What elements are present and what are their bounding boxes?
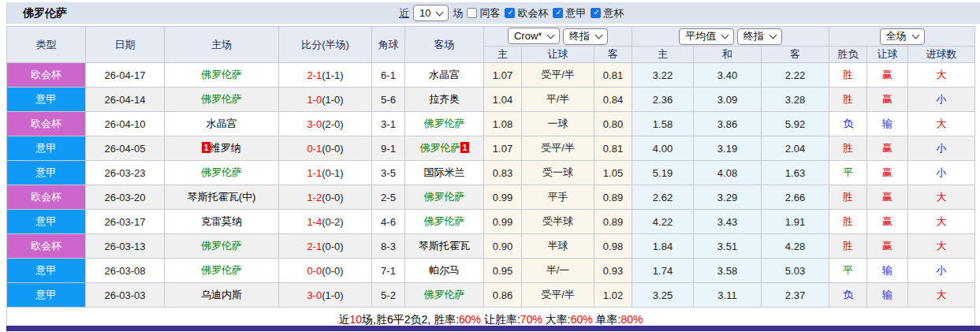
- euro-away-odds: 5.03: [762, 259, 829, 283]
- fulltime-score: 2-1: [307, 241, 322, 252]
- match-count-select[interactable]: 10: [413, 5, 449, 21]
- euro-draw-odds: 3.19: [694, 136, 762, 161]
- asian-away-odds: 0.89: [594, 210, 632, 234]
- asian-handicap: 半/一: [522, 259, 594, 283]
- filter-checkbox-1[interactable]: 欧会杯: [505, 6, 548, 21]
- games-label: 场: [453, 6, 463, 21]
- away-team-name: 帕尔马: [429, 264, 460, 276]
- corner-score: 5-6: [372, 88, 405, 112]
- match-score: 0-0(0-0): [279, 259, 372, 283]
- filter-label: 同客: [479, 6, 500, 21]
- asian-handicap: 受平/半: [522, 283, 594, 308]
- away-team-name: 国际米兰: [424, 166, 465, 178]
- result-handicap: 赢: [867, 88, 908, 112]
- match-stats-panel: 佛罗伦萨 近 10 场 同客欧会杯意甲意杯 类型 日期 主场 比分(半场): [0, 0, 980, 332]
- checked-checkbox-icon[interactable]: [591, 8, 601, 18]
- euro-time-select[interactable]: 终指: [737, 28, 782, 45]
- league-badge: 意甲: [7, 88, 86, 112]
- euro-draw-odds: 3.51: [694, 234, 762, 259]
- away-team-name: 拉齐奥: [429, 93, 460, 105]
- result-goals: 大: [908, 234, 975, 259]
- euro-home-odds: 1.84: [632, 234, 694, 259]
- col-header-type: 类型: [7, 27, 86, 63]
- match-score: 1-0(1-0): [279, 88, 372, 112]
- match-date: 26-03-03: [86, 283, 165, 308]
- filter-label: 欧会杯: [517, 6, 548, 21]
- result-winlose: 胜: [829, 136, 867, 161]
- sub-header-euro-home: 主: [632, 47, 694, 63]
- euro-odds-group-header: 平均值 终指: [632, 27, 829, 47]
- unchecked-checkbox-icon[interactable]: [467, 8, 477, 18]
- euro-away-odds: 5.92: [762, 112, 829, 136]
- asian-time-select[interactable]: 终指: [563, 28, 608, 45]
- col-header-date: 日期: [86, 27, 165, 63]
- asian-home-odds: 0.99: [484, 185, 522, 210]
- away-team: 佛罗伦萨: [405, 283, 484, 308]
- euro-home-odds: 1.74: [632, 259, 694, 283]
- fulltime-score: 1-1: [307, 167, 322, 179]
- home-team-name: 维罗纳: [211, 142, 241, 154]
- corner-score: 7-1: [372, 259, 405, 283]
- fulltime-score: 1-0: [307, 94, 322, 106]
- euro-bookmaker-select[interactable]: 平均值: [679, 28, 734, 45]
- summary-segment: 近: [339, 313, 350, 326]
- filter-label: 意杯: [603, 6, 624, 21]
- league-badge: 欧会杯: [7, 234, 86, 259]
- checked-checkbox-icon[interactable]: [553, 8, 563, 18]
- away-team: 佛罗伦萨1: [405, 136, 484, 161]
- result-winlose: 胜: [829, 63, 867, 88]
- result-scope-select[interactable]: 全场: [880, 28, 925, 45]
- asian-away-odds: 1.02: [594, 283, 632, 308]
- fulltime-score: 3-0: [307, 118, 322, 130]
- home-team: 佛罗伦萨: [165, 259, 279, 283]
- away-team: 佛罗伦萨: [405, 210, 484, 234]
- away-team-name: 水晶宫: [429, 69, 460, 80]
- asian-away-odds: 0.80: [594, 112, 632, 136]
- result-handicap: 输: [867, 112, 908, 136]
- filter-checkbox-2[interactable]: 意甲: [553, 6, 586, 21]
- result-winlose: 胜: [829, 210, 867, 234]
- asian-away-odds: 0.81: [594, 136, 632, 161]
- fulltime-score: 1-4: [307, 216, 322, 228]
- asian-handicap: 半球: [522, 234, 594, 259]
- match-date: 26-04-05: [86, 136, 165, 161]
- asian-bookmaker-select[interactable]: Crow*: [508, 28, 560, 44]
- away-team: 佛罗伦萨: [405, 112, 484, 136]
- table-row: 欧会杯 26-04-17 佛罗伦萨 2-1(1-1) 6-1 水晶宫 1.07 …: [7, 63, 975, 88]
- asian-home-odds: 0.90: [484, 234, 522, 259]
- checked-checkbox-icon[interactable]: [505, 8, 515, 18]
- league-badge: 欧会杯: [7, 63, 86, 88]
- asian-home-odds: 1.07: [484, 63, 522, 88]
- away-team: 佛罗伦萨: [405, 185, 484, 210]
- result-handicap: 赢: [867, 234, 908, 259]
- recent-link[interactable]: 近: [399, 6, 409, 21]
- match-date: 26-04-14: [86, 88, 165, 112]
- league-badge: 意甲: [7, 259, 86, 283]
- result-handicap: 赢: [867, 136, 908, 161]
- result-group-header: 全场: [829, 27, 975, 47]
- fulltime-score: 1-2: [307, 192, 322, 203]
- asian-home-odds: 1.07: [484, 136, 522, 161]
- table-row: 意甲 26-03-08 佛罗伦萨 0-0(0-0) 7-1 帕尔马 0.95 半…: [7, 259, 975, 283]
- home-team: 佛罗伦萨: [165, 234, 279, 259]
- red-card-badge: 1: [460, 142, 468, 153]
- euro-time-value: 终指: [743, 29, 764, 43]
- summary-segment: 场,胜6平2负2, 胜率:: [362, 313, 459, 326]
- filter-checkbox-3[interactable]: 意杯: [591, 6, 624, 21]
- halftime-score: (2-0): [322, 118, 343, 130]
- home-team-name: 琴斯托霍瓦(中): [188, 191, 256, 203]
- result-winlose: 胜: [829, 185, 867, 210]
- euro-draw-odds: 3.40: [694, 63, 762, 88]
- fulltime-score: 0-0: [307, 265, 322, 277]
- home-team-name: 佛罗伦萨: [201, 240, 242, 252]
- match-score: 1-4(0-2): [279, 210, 372, 234]
- chevron-down-icon: [769, 32, 777, 39]
- away-team-name: 琴斯托霍瓦: [419, 240, 470, 252]
- filter-checkbox-0[interactable]: 同客: [467, 6, 500, 21]
- euro-bookmaker-value: 平均值: [685, 29, 716, 43]
- result-goals: 大: [908, 112, 975, 136]
- away-team-name: 佛罗伦萨: [424, 289, 465, 300]
- table-body: 欧会杯 26-04-17 佛罗伦萨 2-1(1-1) 6-1 水晶宫 1.07 …: [7, 63, 975, 308]
- corner-score: 2-5: [372, 185, 405, 210]
- match-count-value: 10: [419, 7, 430, 19]
